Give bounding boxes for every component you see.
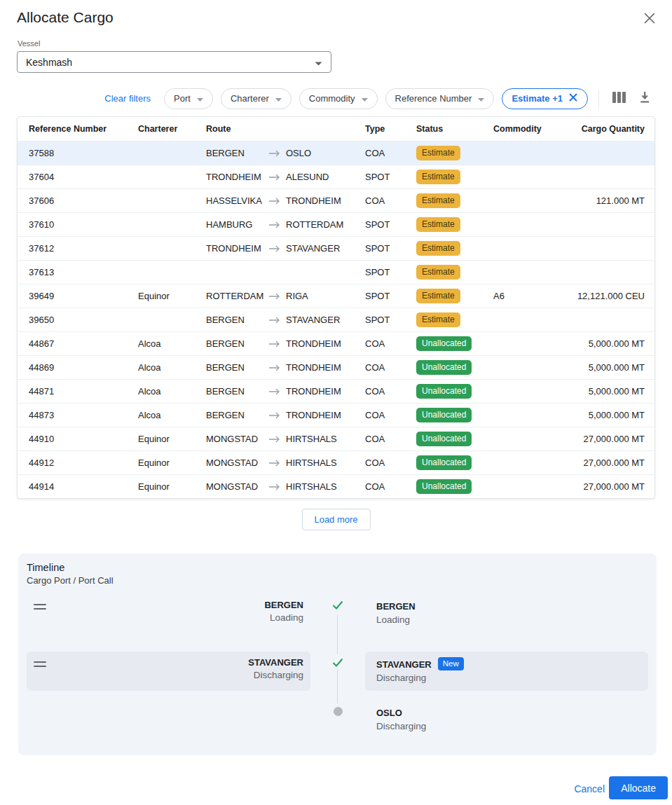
table-row[interactable]: 44871AlcoaBERGENTRONDHEIMCOAUnallocated5…: [18, 379, 654, 403]
filter-chip-charterer[interactable]: Charterer: [221, 88, 292, 109]
port-call-action: Loading: [376, 614, 648, 625]
status-badge: Estimate: [416, 241, 460, 256]
status-badge: Unallocated: [416, 432, 472, 446]
cell-type: COA: [365, 148, 416, 158]
cell-route-origin: MONGSTAD: [206, 434, 268, 444]
table-row[interactable]: 44867AlcoaBERGENTRONDHEIMCOAUnallocated5…: [18, 331, 654, 355]
download-button[interactable]: [636, 90, 654, 108]
table-row[interactable]: 37606HASSELVIKATRONDHEIMCOAEstimate121.0…: [18, 188, 654, 212]
cell-reference-number: 44869: [29, 362, 138, 373]
columns-button[interactable]: [610, 90, 628, 108]
route-arrow-icon: [268, 174, 286, 181]
route-arrow-icon: [268, 460, 286, 467]
cell-route-origin: TRONDHEIM: [206, 243, 268, 254]
cell-type: COA: [365, 434, 416, 444]
port-call-title: BERGEN: [376, 600, 648, 612]
port-call-name: BERGEN: [376, 601, 416, 612]
filter-chip-port[interactable]: Port: [164, 88, 213, 109]
cell-reference-number: 44910: [29, 434, 138, 444]
table-row[interactable]: 44914EquinorMONGSTADHIRTSHALSCOAUnalloca…: [18, 474, 654, 498]
route-arrow-icon: [268, 317, 286, 324]
table-row[interactable]: 37613SPOTEstimate: [18, 260, 654, 284]
close-icon: [643, 12, 656, 27]
table-row[interactable]: 37610HAMBURGROTTERDAMSPOTEstimate: [18, 212, 654, 236]
drag-handle[interactable]: [34, 661, 46, 668]
cell-type: COA: [365, 410, 416, 420]
route-arrow-icon: [268, 483, 286, 490]
cell-route-destination: RIGA: [286, 291, 365, 301]
port-call-name: OSLO: [376, 708, 402, 718]
filter-chip-reference-number[interactable]: Reference Number: [385, 88, 495, 109]
status-badge: Estimate: [416, 217, 460, 232]
cell-type: SPOT: [365, 172, 416, 182]
port-call-action: Discharging: [376, 673, 648, 683]
active-chip-label: Estimate +1: [512, 93, 563, 104]
chip-label: Charterer: [231, 93, 269, 104]
filter-bar: Clear filters PortChartererCommodityRefe…: [17, 88, 654, 109]
cargo-port-action: Loading: [27, 612, 303, 623]
status-badge: Unallocated: [416, 360, 472, 375]
cell-route-origin: HAMBURG: [206, 219, 268, 230]
cell-route-origin: BERGEN: [206, 338, 268, 349]
table-row[interactable]: 37588BERGENOSLOCOAEstimate: [18, 141, 654, 165]
table-row[interactable]: 39650BERGENSTAVANGERSPOTEstimate: [18, 308, 654, 331]
cell-reference-number: 39650: [29, 315, 138, 325]
cell-cargo-quantity: 5,000.000 MT: [558, 386, 645, 397]
cell-reference-number: 37588: [29, 148, 138, 158]
columns-icon: [612, 91, 626, 106]
remove-filter-icon[interactable]: [568, 92, 578, 104]
cell-cargo-quantity: 5,000.000 MT: [558, 410, 645, 420]
cancel-button[interactable]: Cancel: [567, 779, 612, 799]
filter-chip-active-estimate[interactable]: Estimate +1: [502, 88, 588, 109]
vessel-select[interactable]: Keshmash: [17, 51, 331, 73]
cell-reference-number: 39649: [29, 291, 138, 301]
cell-status: Estimate: [416, 193, 493, 208]
table-row[interactable]: 39649EquinorROTTERDAMRIGASPOTEstimateA61…: [18, 284, 654, 308]
cell-route-destination: HIRTSHALS: [286, 481, 365, 492]
load-more-button[interactable]: Load more: [301, 509, 370, 530]
cell-route-origin: BERGEN: [206, 315, 268, 325]
status-badge: Estimate: [416, 170, 460, 184]
route-arrow-icon: [268, 436, 286, 443]
table-row[interactable]: 44912EquinorMONGSTADHIRTSHALSCOAUnalloca…: [18, 450, 654, 474]
close-button[interactable]: [640, 10, 659, 28]
status-badge: Estimate: [416, 312, 460, 327]
pending-dot-icon: [330, 703, 345, 719]
cargo-port-name: BERGEN: [27, 600, 303, 610]
cell-cargo-quantity: 27,000.000 MT: [558, 434, 645, 444]
dialog-title: Allocate Cargo: [17, 9, 114, 26]
col-charterer: Charterer: [138, 124, 206, 134]
cell-type: SPOT: [365, 315, 416, 325]
table-row[interactable]: 44873AlcoaBERGENTRONDHEIMCOAUnallocated5…: [18, 403, 654, 427]
cell-route-origin: BERGEN: [206, 148, 268, 158]
port-call-title: OSLO: [376, 706, 648, 719]
cell-commodity: A6: [493, 291, 558, 301]
route-arrow-icon: [268, 150, 286, 157]
cell-route-origin: MONGSTAD: [206, 481, 268, 492]
col-cargo-quantity: Cargo Quantity: [558, 124, 645, 134]
route-arrow-icon: [268, 388, 286, 395]
cell-charterer: Alcoa: [138, 410, 206, 420]
cell-route-origin: MONGSTAD: [206, 457, 268, 468]
divider: [598, 90, 599, 108]
table-row[interactable]: 44869AlcoaBERGENTRONDHEIMCOAUnallocated5…: [18, 355, 654, 379]
cell-route-origin: BERGEN: [206, 362, 268, 373]
table-row[interactable]: 44910EquinorMONGSTADHIRTSHALSCOAUnalloca…: [18, 427, 654, 450]
drag-handle[interactable]: [34, 604, 46, 610]
col-commodity: Commodity: [493, 124, 558, 134]
filter-chip-commodity[interactable]: Commodity: [299, 88, 378, 109]
table-header-row: Reference Number Charterer Route Type St…: [18, 117, 654, 141]
cell-status: Estimate: [416, 289, 493, 303]
table-row[interactable]: 37604TRONDHEIMALESUNDSPOTEstimate: [18, 165, 654, 188]
allocate-button[interactable]: Allocate: [609, 776, 668, 799]
col-route: Route: [206, 124, 268, 134]
port-call-action: Discharging: [376, 721, 648, 731]
table-row[interactable]: 37612TRONDHEIMSTAVANGERSPOTEstimate: [18, 236, 654, 260]
cell-type: SPOT: [365, 291, 416, 301]
cell-reference-number: 44912: [29, 457, 138, 468]
timeline-title: Timeline: [27, 562, 648, 573]
cell-route-destination: OSLO: [286, 148, 365, 158]
cell-charterer: Alcoa: [138, 362, 206, 373]
clear-filters-link[interactable]: Clear filters: [104, 93, 151, 104]
cell-status: Unallocated: [416, 479, 493, 494]
